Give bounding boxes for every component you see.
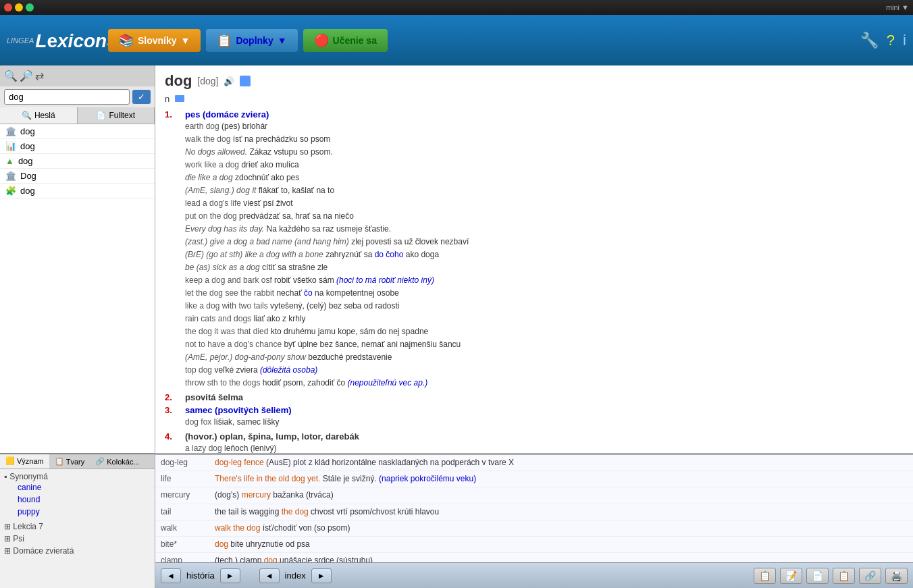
nav-slovniky-label: Slovníky (138, 35, 177, 46)
zoom-in-icon[interactable]: 🔎 (20, 70, 33, 82)
example-1-19: (AmE, pejor.) dog-and-pony show bezduché… (185, 351, 904, 363)
tab-tvary[interactable]: 📋 Tvary (49, 454, 90, 469)
wrench-icon[interactable]: 🔧 (860, 32, 879, 49)
bottom-dict-panel: dog-leg dog-leg fence (AusE) plot z klád… (155, 454, 913, 562)
dict-key-1: dog-leg (161, 456, 208, 469)
dict-key-4: tail (161, 506, 208, 518)
footer-icon-1[interactable]: 📋 (754, 568, 776, 584)
footer-icon-5[interactable]: 🔗 (859, 568, 881, 584)
tab-vyznam-label: Význam (17, 457, 44, 465)
nav-slovniky[interactable]: 📚 Slovníky ▼ (108, 29, 201, 52)
nav-doplnky-arrow: ▼ (278, 35, 287, 46)
nav-ucenie[interactable]: 🔴 Učenie sa (303, 29, 388, 52)
footer-icon-4[interactable]: 📋 (833, 568, 855, 584)
index-next-btn[interactable]: ► (311, 568, 332, 583)
index-prev-btn[interactable]: ◄ (259, 568, 280, 583)
word-label: Dog (20, 171, 36, 181)
kolokac-icon: 🔗 (95, 457, 105, 466)
puzzle-icon: 🧩 (5, 186, 16, 196)
flag-small (175, 95, 184, 102)
domace-expand-icon: ⊞ (4, 546, 11, 556)
tvary-icon: 📋 (55, 457, 64, 466)
search-input[interactable] (4, 89, 130, 105)
tab-vyznam[interactable]: 🟨 Význam (0, 454, 49, 469)
tab-hesla-label: Heslá (34, 111, 55, 120)
dict-val-1: dog-leg fence (AusE) plot z klád horizon… (215, 456, 908, 469)
synonym-hound[interactable]: hound (4, 493, 151, 506)
search-go-btn[interactable]: ✓ (132, 90, 151, 104)
list-item[interactable]: 🏛️ dog (0, 124, 155, 139)
synonyma-header[interactable]: ▪ Synonymá (4, 472, 151, 481)
history-next-btn[interactable]: ► (220, 568, 240, 583)
capital-icon: 🏛️ (5, 171, 16, 181)
maximize-btn[interactable] (26, 3, 34, 11)
logo-prefix: LINGEA (7, 36, 34, 45)
example-1-8: put on the dog predvádzať sa, hrať sa na… (185, 210, 904, 222)
bottom-dict-row-5: walk walk the dog ísť/chodiť von (so pso… (155, 520, 913, 537)
collapse-icon: ▪ (4, 472, 7, 481)
synonym-canine[interactable]: canine (4, 481, 151, 493)
def-item-1: 1. pes (domáce zviera) earth dog (pes) b… (165, 109, 904, 390)
search-input-row: ✓ (0, 86, 155, 107)
def-content-1: pes (domáce zviera) earth dog (pes) brlo… (185, 109, 904, 390)
word-label: dog (20, 126, 35, 136)
tab-fulltext-label: Fulltext (109, 111, 135, 120)
bottom-dict-row-6: bite* dog bite uhryznutie od psa (155, 537, 913, 553)
speaker-icon[interactable]: 🔊 (224, 76, 234, 86)
main-area: 🔍 🔎 ⇄ ✓ 🔍 Heslá 📄 Fulltext 🏛️ (0, 65, 913, 588)
synonyma-label: Synonymá (9, 472, 48, 481)
info-icon[interactable]: i (903, 32, 906, 49)
dict-val-6: dog bite uhryznutie od psa (215, 538, 908, 551)
list-item[interactable]: 🏛️ Dog (0, 169, 155, 184)
help-icon[interactable]: ? (887, 32, 895, 49)
index-label: index (285, 570, 306, 581)
list-item[interactable]: ▲ dog (0, 154, 155, 169)
dict-val-3: (dog's) mercury bažanka (trváca) (215, 489, 908, 502)
swap-icon[interactable]: ⇄ (35, 70, 44, 82)
def-num-1: 1. (165, 109, 178, 390)
dict-val-2: There's life in the old dog yet. Stále j… (215, 473, 908, 485)
zoom-fit-icon[interactable]: 🔍 (4, 70, 18, 82)
example-1-3: No dogs allowed. Zákaz vstupu so psom. (185, 146, 904, 158)
ucenie-icon: 🔴 (314, 33, 329, 48)
entry-pos: n (165, 94, 904, 104)
dict-val-5: walk the dog ísť/chodiť von (so psom) (215, 522, 908, 535)
footer-bar: ◄ história ► ◄ index ► 📋 📝 📄 📋 🔗 🖨️ (155, 562, 913, 588)
close-btn[interactable] (4, 3, 12, 11)
example-1-16: rain cats and dogs liať ako z krhly (185, 313, 904, 325)
word-list: 🏛️ dog 📊 dog ▲ dog 🏛️ Dog 🧩 dog (0, 124, 155, 453)
doplnky-icon: 📋 (217, 33, 232, 48)
example-4-1: a lazy dog leňoch (lenivý) (185, 442, 904, 454)
example-3-1: dog fox líšiak, samec líšky (185, 416, 904, 428)
example-1-21: throw sth to the dogs hodiť psom, zahodi… (185, 377, 904, 389)
list-item[interactable]: 🧩 dog (0, 184, 155, 198)
def-item-3: 3. samec (psovitých šeliem) dog fox líši… (165, 405, 904, 429)
mini-label[interactable]: mini ▼ (886, 3, 909, 11)
tab-kolokac[interactable]: 🔗 Kolokác... (90, 454, 145, 469)
footer-right-icons: 📋 📝 📄 📋 🔗 🖨️ (754, 568, 908, 584)
example-1-15: like a dog with two tails vytešený, (cel… (185, 300, 904, 312)
example-1-20: top dog veľké zviera (dôležitá osoba) (185, 364, 904, 376)
psi-item[interactable]: ⊞ Psi (0, 533, 155, 545)
lekcia-item[interactable]: ⊞ Lekcia 7 (0, 520, 155, 533)
nav-doplnky[interactable]: 📋 Doplnky ▼ (206, 29, 297, 52)
example-1-12: be (as) sick as a dog cítiť sa strašne z… (185, 261, 904, 273)
flag-icon[interactable] (240, 76, 251, 86)
def-main-2: psovitá šelma (185, 392, 243, 402)
domace-item[interactable]: ⊞ Domáce zvieratá (0, 545, 155, 557)
title-bar: mini ▼ (0, 0, 913, 15)
list-item[interactable]: 📊 dog (0, 139, 155, 154)
dict-val-7: (tech.) clamp dog unášacie srdce (sústru… (215, 554, 908, 562)
tab-hesla[interactable]: 🔍 Heslá (0, 107, 78, 124)
footer-icon-6[interactable]: 🖨️ (885, 568, 908, 584)
minimize-btn[interactable] (15, 3, 23, 11)
synonym-puppy[interactable]: puppy (4, 506, 151, 518)
synonym-section: ▪ Synonymá canine hound puppy (0, 469, 155, 520)
bottom-dict-row-7: clamp (tech.) clamp dog unášacie srdce (… (155, 553, 913, 562)
footer-icon-2[interactable]: 📝 (780, 568, 802, 584)
nav-right-icons: 🔧 ? i (860, 32, 906, 49)
footer-icon-3[interactable]: 📄 (806, 568, 829, 584)
history-prev-btn[interactable]: ◄ (161, 568, 181, 583)
tab-fulltext[interactable]: 📄 Fulltext (78, 107, 155, 124)
example-1-4: work like a dog drieť ako mulica (185, 159, 904, 171)
